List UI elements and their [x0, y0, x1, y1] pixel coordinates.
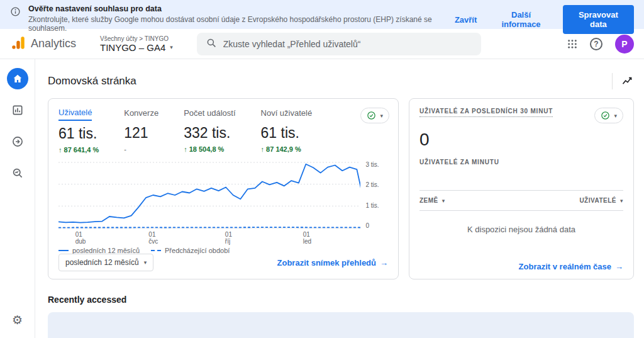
sidebar-item-explore[interactable]	[7, 162, 28, 184]
realtime-users-value: 0	[419, 130, 623, 150]
users-column-header[interactable]: UŽIVATELÉ ▾	[579, 197, 623, 204]
sidebar-item-home[interactable]	[7, 68, 28, 89]
column-label: ZEMĚ	[419, 197, 438, 204]
divider	[612, 73, 613, 89]
x-axis-tick: 01čvc	[148, 231, 158, 245]
search-icon	[206, 37, 217, 51]
gear-icon: ⚙	[12, 314, 23, 326]
avatar[interactable]: P	[615, 35, 634, 54]
sidebar-item-admin[interactable]: ⚙	[7, 309, 28, 330]
property-name: TINYGO – GA4	[100, 42, 165, 53]
metric-value: 121	[124, 125, 158, 142]
property-selector[interactable]: Všechny účty > TINYGO TINYGO – GA4 ▾	[100, 35, 173, 53]
users-line-chart: 3 tis. 2 tis. 1 tis. 0	[58, 161, 388, 229]
x-axis-tick: 01říj	[225, 231, 232, 245]
realtime-report-link[interactable]: Zobrazit v reálném čase →	[519, 262, 623, 271]
realtime-card: UŽIVATELÉ ZA POSLEDNÍCH 30 MINUT ▾ 0 UŽI…	[409, 98, 634, 279]
analytics-logo[interactable]: Analytics	[10, 35, 76, 54]
country-column-header[interactable]: ZEMĚ ▾	[419, 197, 445, 204]
y-axis-tick: 1 tis.	[365, 202, 388, 209]
info-icon	[10, 6, 21, 33]
chevron-down-icon: ▾	[170, 44, 173, 50]
page-title: Domovská stránka	[48, 75, 136, 87]
help-button[interactable]: ?	[590, 38, 602, 50]
metric-value: 332 tis.	[184, 125, 235, 142]
empty-state-message: K dispozici nejsou žádná data	[419, 225, 623, 234]
metric-delta: ↑ 87 641,4 %	[58, 146, 99, 154]
data-quality-dropdown[interactable]: ▾	[360, 108, 389, 123]
column-label: UŽIVATELÉ	[579, 197, 616, 204]
banner-subtitle: Zkontrolujte, které služby Google mohou …	[28, 15, 448, 33]
metric-delta: -	[124, 145, 158, 153]
realtime-title: UŽIVATELÉ ZA POSLEDNÍCH 30 MINUT	[419, 108, 553, 117]
insights-icon	[621, 75, 634, 87]
metric-tab-event-count[interactable]: Počet událostí 332 tis. ↑ 18 504,8 %	[184, 108, 235, 154]
banner-title: Ověřte nastavení souhlasu pro data	[28, 4, 448, 13]
line-chart-plot	[58, 161, 360, 229]
search-input[interactable]	[223, 39, 472, 49]
y-axis-tick: 2 tis.	[365, 181, 388, 188]
metric-tab-conversions[interactable]: Konverze 121 -	[124, 108, 158, 154]
recently-accessed-title: Recently accessed	[48, 295, 634, 305]
arrow-right-icon: →	[380, 258, 388, 268]
search-bar[interactable]	[197, 33, 481, 55]
metric-label: Noví uživatelé	[261, 108, 313, 120]
x-axis-labels: 01dub01čvc01říj01led	[58, 229, 364, 245]
apps-grid-icon	[567, 39, 577, 49]
main-content: Domovská stránka Uživatelé 61 tis.	[35, 59, 644, 338]
sidebar-item-reports[interactable]	[7, 99, 28, 121]
app-name: Analytics	[31, 37, 76, 50]
left-nav: ⚙	[0, 59, 35, 338]
link-label: Zobrazit v reálném čase	[519, 262, 611, 271]
chevron-down-icon: ▾	[614, 113, 617, 119]
dashed-line-swatch	[151, 250, 161, 251]
y-axis-tick: 3 tis.	[365, 161, 388, 168]
close-button[interactable]: Zavřít	[448, 11, 483, 29]
breadcrumb: Všechny účty > TINYGO	[100, 35, 173, 42]
consent-banner: Ověřte nastavení souhlasu pro data Zkont…	[0, 0, 644, 29]
insights-button[interactable]	[621, 75, 634, 87]
solid-line-swatch	[58, 250, 69, 251]
recently-accessed-card	[48, 312, 634, 338]
metric-delta: ↑ 87 142,9 %	[261, 145, 313, 153]
y-axis-labels: 3 tis. 2 tis. 1 tis. 0	[360, 161, 388, 229]
apps-grid-button[interactable]	[567, 39, 577, 49]
advertising-icon	[11, 135, 24, 148]
chevron-down-icon: ▾	[144, 259, 147, 266]
metric-label: Počet událostí	[184, 108, 235, 120]
metric-value: 61 tis.	[58, 125, 99, 142]
metric-tab-users[interactable]: Uživatelé 61 tis. ↑ 87 641,4 %	[58, 108, 99, 154]
y-axis-tick: 0	[365, 222, 388, 229]
period-selector-label: posledních 12 měsíců	[65, 258, 139, 267]
users-per-minute-label: UŽIVATELÉ ZA MINUTU	[419, 159, 623, 166]
home-icon	[12, 73, 23, 84]
data-quality-dropdown[interactable]: ▾	[594, 108, 623, 123]
metric-label: Uživatelé	[58, 108, 92, 121]
overview-card: Uživatelé 61 tis. ↑ 87 641,4 % Konverze …	[48, 98, 399, 279]
chevron-down-icon: ▾	[380, 113, 383, 119]
metric-label: Konverze	[124, 108, 158, 120]
x-axis-tick: 01dub	[75, 231, 86, 245]
link-label: Zobrazit snímek přehledů	[277, 258, 376, 268]
period-selector[interactable]: posledních 12 měsíců ▾	[58, 254, 153, 271]
reports-snapshot-link[interactable]: Zobrazit snímek přehledů →	[277, 258, 388, 268]
metric-tab-new-users[interactable]: Noví uživatelé 61 tis. ↑ 87 142,9 %	[261, 108, 313, 154]
manage-data-button[interactable]: Spravovat data	[563, 5, 634, 34]
x-axis-tick: 01led	[303, 231, 311, 245]
help-icon: ?	[590, 38, 602, 50]
more-info-button[interactable]: Další informace	[487, 6, 555, 33]
bar-chart-icon	[11, 104, 24, 116]
check-circle-icon	[367, 111, 376, 120]
chevron-down-icon: ▾	[442, 198, 445, 204]
metric-delta: ↑ 18 504,8 %	[184, 145, 235, 153]
users-per-minute-chart	[419, 166, 623, 191]
explore-icon	[11, 167, 24, 179]
check-circle-icon	[601, 111, 610, 120]
metric-value: 61 tis.	[261, 125, 313, 142]
chevron-down-icon: ▾	[620, 198, 623, 204]
arrow-right-icon: →	[615, 262, 623, 271]
analytics-logo-icon	[10, 35, 26, 54]
sidebar-item-advertising[interactable]	[7, 131, 28, 152]
